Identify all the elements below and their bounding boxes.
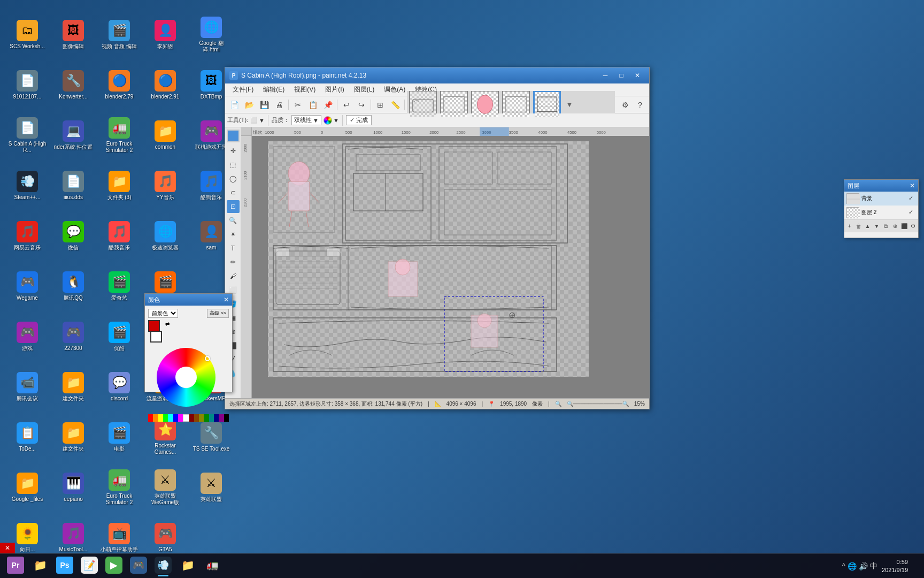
layer-visibility-1[interactable]: ✓ <box>908 195 916 202</box>
swap-colors-button[interactable]: ⇄ <box>165 321 170 327</box>
desktop-icon-lol[interactable]: ⚔ 英雄联盟 <box>189 463 233 512</box>
lasso-tool[interactable]: ⊂ <box>227 186 240 199</box>
blend-select[interactable]: 双线性 ▼ <box>291 115 321 125</box>
layers-properties-button[interactable]: ⚙ <box>909 222 917 231</box>
layers-up-button[interactable]: ▲ <box>864 222 872 231</box>
ruler-button[interactable]: 📏 <box>388 98 402 112</box>
tool-selector[interactable]: ⬜ ▼ <box>250 117 265 124</box>
taskbar-photoshop[interactable]: Ps <box>53 555 76 577</box>
desktop-icon-qq[interactable]: 🐧 腾讯QQ <box>51 262 95 310</box>
desktop-icon-discord[interactable]: 💬 discord <box>97 363 141 411</box>
desktop-icon-common[interactable]: 📁 common <box>143 111 187 159</box>
main-canvas[interactable]: ⊕ <box>252 136 649 398</box>
undo-button[interactable]: ↩ <box>340 98 353 112</box>
palette-yellow[interactable] <box>158 414 163 422</box>
palette-white[interactable] <box>183 414 189 422</box>
desktop-icon-wechat[interactable]: 💬 微信 <box>51 212 95 260</box>
desktop-icon-iqiyi[interactable]: 🎬 爱奇艺 <box>97 262 141 310</box>
layer-item-2[interactable]: 图层 2 ✓ <box>844 206 918 219</box>
menu-view[interactable]: 视图(V) <box>290 84 320 95</box>
palette-navy[interactable] <box>214 414 219 422</box>
desktop-icon-folder-build[interactable]: 📁 建文件夹 <box>51 363 95 411</box>
open-button[interactable]: 📂 <box>242 98 256 112</box>
help-button[interactable]: ? <box>633 98 647 112</box>
desktop-icon-deepiano[interactable]: 🎹 eepiano <box>51 463 95 512</box>
desktop-icon-dianying[interactable]: 🎬 电影 <box>97 413 141 461</box>
palette-red[interactable] <box>148 414 153 422</box>
paste-button[interactable]: 📌 <box>321 98 335 112</box>
desktop-icon-blender279[interactable]: 🔵 blender2.79 <box>97 61 141 109</box>
move-tool[interactable]: ✛ <box>227 144 240 157</box>
desktop-icon-video[interactable]: 🎬 视频 音频 编辑 <box>97 11 141 59</box>
palette-blue[interactable] <box>173 414 178 422</box>
advanced-button[interactable]: 高级 >> <box>207 309 229 318</box>
taskbar-close-corner[interactable]: ✕ <box>0 543 15 553</box>
desktop-icon-konwerter[interactable]: 🔧 Konwerter... <box>51 61 95 109</box>
menu-file[interactable]: 文件(F) <box>228 84 258 95</box>
desktop-icon-wegame[interactable]: 🎮 Wegame <box>5 262 49 310</box>
palette-magenta[interactable] <box>178 414 183 422</box>
tray-sound[interactable]: 🔊 <box>859 562 868 571</box>
select-ellipse-tool[interactable]: ◯ <box>227 172 240 185</box>
layers-close-button[interactable]: ✕ <box>910 182 915 189</box>
desktop-icon-iiius[interactable]: 📄 iiius.dds <box>51 162 95 210</box>
palette-teal[interactable] <box>209 414 214 422</box>
print-button[interactable]: 🖨 <box>272 98 286 112</box>
foreground-color-swatch[interactable] <box>148 320 160 332</box>
desktop-icon-todde[interactable]: 📋 ToDe... <box>5 413 49 461</box>
new-button[interactable]: 📄 <box>227 98 241 112</box>
desktop-icon-eurotruck2b[interactable]: 🚛 Euro Truck Simulator 2 <box>97 463 141 512</box>
color-mode-select[interactable]: 前景色 背景色 <box>148 309 178 318</box>
desktop-icon-person[interactable]: 👤 李知恩 <box>143 11 187 59</box>
thumbnail-5[interactable] <box>533 91 561 119</box>
palette-cyan[interactable] <box>168 414 173 422</box>
palette-brown[interactable] <box>194 414 199 422</box>
layers-add-button[interactable]: + <box>845 222 853 231</box>
thumbnail-2[interactable] <box>440 91 468 119</box>
color-wheel[interactable] <box>157 348 215 407</box>
pencil-tool[interactable]: ✏ <box>227 256 240 269</box>
palette-green[interactable] <box>163 414 168 422</box>
palette-darkgreen[interactable] <box>204 414 209 422</box>
save-button[interactable]: 💾 <box>257 98 271 112</box>
brush-tool[interactable]: 🖌 <box>227 270 240 283</box>
desktop-icon-photo[interactable]: 🖼 图像编辑 <box>51 11 95 59</box>
desktop-icon-speed[interactable]: 🌐 极速浏览器 <box>143 212 187 260</box>
desktop-icon-folder3[interactable]: 📁 文件夹 (3) <box>97 162 141 210</box>
desktop-icon-n227300[interactable]: 🎮 227300 <box>51 313 95 361</box>
menu-edit[interactable]: 编辑(E) <box>259 84 289 95</box>
tray-network[interactable]: 🌐 <box>848 562 857 571</box>
taskbar-game[interactable]: 🎮 <box>127 555 150 577</box>
menu-color[interactable]: 调色(A) <box>380 84 410 95</box>
select-rect-tool[interactable]: ⬚ <box>227 158 240 171</box>
thumbnail-1[interactable] <box>409 91 437 119</box>
desktop-icon-kuwo[interactable]: 🎵 酷我音乐 <box>97 212 141 260</box>
layers-delete-button[interactable]: 🗑 <box>854 222 863 231</box>
taskbar-premiere[interactable]: Pr <box>4 555 27 577</box>
cut-button[interactable]: ✂ <box>291 98 305 112</box>
redo-button[interactable]: ↪ <box>355 98 368 112</box>
desktop-icon-txmeeting[interactable]: 📹 腾讯会议 <box>5 363 49 411</box>
taskbar-fraps[interactable]: ▶ <box>103 555 125 577</box>
taskbar-steam[interactable]: 💨 <box>152 555 174 577</box>
desktop-icon-lol-wegame[interactable]: ⚔ 英雄联盟 WeGame版 <box>143 463 187 512</box>
layers-merge-button[interactable]: ⊕ <box>891 222 899 231</box>
desktop-icon-163[interactable]: 🎵 网易云音乐 <box>5 212 49 260</box>
menu-layer[interactable]: 图层(L) <box>350 84 379 95</box>
minimize-button[interactable]: ─ <box>598 70 613 81</box>
palette-black[interactable] <box>224 414 229 422</box>
palette-purple[interactable] <box>219 414 224 422</box>
palette-orange[interactable] <box>153 414 158 422</box>
layer-item-background[interactable]: 背景 ✓ <box>844 192 918 206</box>
desktop-icon-scs[interactable]: 🗂 SCS Worksh... <box>5 11 49 59</box>
zoom-tool[interactable]: 🔍 <box>227 214 240 227</box>
magic-wand[interactable]: ✴ <box>227 228 240 241</box>
colors-dialog-close[interactable]: ✕ <box>224 296 229 303</box>
desktop-icon-blender291[interactable]: 🔵 blender2.91 <box>143 61 187 109</box>
desktop-icon-file91[interactable]: 📄 91012107... <box>5 61 49 109</box>
menu-image[interactable]: 图片(I) <box>321 84 348 95</box>
settings-button[interactable]: ⚙ <box>618 98 632 112</box>
color-circle[interactable]: ▼ <box>324 116 339 125</box>
thumbnail-4[interactable] <box>502 91 530 119</box>
layer-visibility-2[interactable]: ✓ <box>908 209 916 216</box>
